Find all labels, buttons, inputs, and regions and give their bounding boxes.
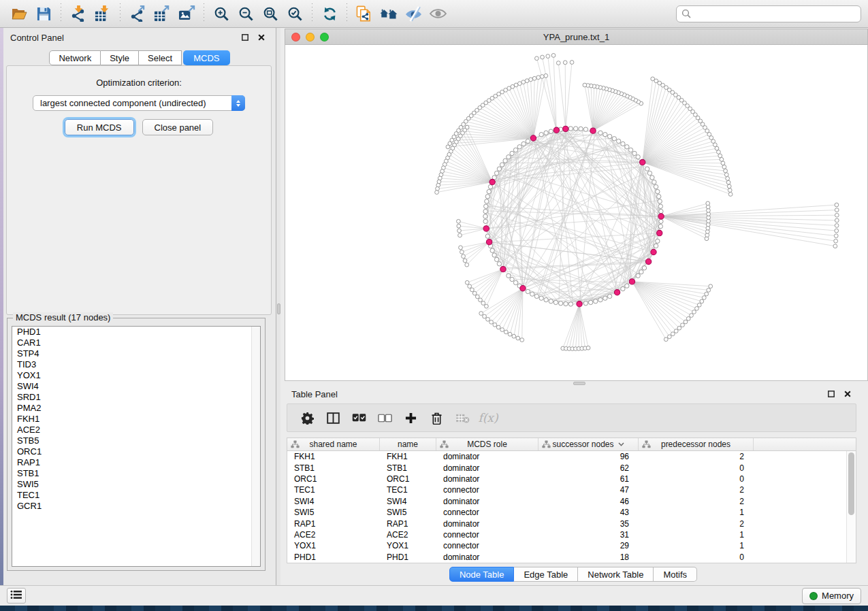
column-header-name[interactable]: name [380, 438, 436, 450]
open-file-button[interactable] [7, 2, 31, 25]
float-panel-button[interactable] [240, 31, 250, 44]
mcds-result-item[interactable]: ACE2 [12, 425, 260, 435]
column-header-predecessor-nodes[interactable]: predecessor nodes [639, 438, 754, 450]
table-row[interactable]: SWI5SWI5connector431 [287, 507, 856, 518]
table-cell: ORC1 [287, 474, 380, 484]
network-leaf-nodes[interactable] [435, 54, 839, 351]
deselect-all-button[interactable] [372, 406, 398, 430]
export-table-button[interactable] [150, 2, 174, 25]
column-header-successor-nodes[interactable]: successor nodes [539, 438, 639, 450]
add-column-button[interactable] [398, 406, 423, 430]
tab-mcds[interactable]: MCDS [183, 50, 229, 65]
zoom-selected-button[interactable] [283, 2, 307, 25]
table-row[interactable]: RAP1RAP1dominator352 [287, 518, 856, 529]
table-row[interactable]: TEC1TEC1connector472 [287, 484, 856, 495]
export-image-button[interactable] [174, 2, 199, 25]
table-row[interactable]: ORC1ORC1dominator610 [287, 474, 856, 484]
split-panel-button[interactable] [320, 406, 346, 430]
hide-selected-button[interactable] [401, 2, 425, 25]
table-scrollbar-thumb[interactable] [848, 452, 854, 515]
mcds-result-item[interactable]: RAP1 [12, 457, 260, 468]
table-cell: 43 [539, 508, 639, 517]
table-row[interactable]: PHD1PHD1dominator180 [287, 552, 856, 563]
tab-edge-table[interactable]: Edge Table [514, 567, 578, 582]
import-table-button[interactable] [91, 2, 115, 25]
mcds-result-item[interactable]: GCR1 [12, 501, 260, 512]
tab-node-table[interactable]: Node Table [449, 567, 515, 582]
network-ring-nodes[interactable] [483, 127, 663, 306]
mcds-result-item[interactable]: CAR1 [12, 337, 260, 348]
mcds-list-scrollbar[interactable] [251, 327, 260, 566]
column-header-label: successor nodes [552, 440, 613, 449]
mcds-result-item[interactable]: STB1 [12, 468, 260, 479]
export-network-button[interactable] [125, 2, 150, 25]
zoom-fit-button[interactable] [258, 2, 283, 25]
table-cell: FKH1 [287, 452, 380, 461]
mcds-result-item[interactable]: SWI4 [12, 381, 260, 392]
import-network-button[interactable] [66, 2, 91, 25]
show-all-button[interactable] [425, 2, 450, 25]
duplicate-network-button[interactable] [352, 2, 376, 25]
zoom-out-button[interactable] [234, 2, 258, 25]
float-icon [242, 33, 248, 43]
table-row[interactable]: FKH1FKH1dominator962 [287, 451, 856, 462]
network-titlebar: YPA_prune.txt_1 [285, 29, 868, 45]
mcds-result-item[interactable]: TEC1 [12, 490, 260, 501]
tab-style[interactable]: Style [101, 50, 139, 65]
column-header-mcds-role[interactable]: MCDS role [436, 438, 539, 450]
select-all-button[interactable] [346, 406, 372, 430]
first-neighbors-button[interactable] [376, 2, 401, 25]
table-panel: Table Panel f(x) shared namenameMCDS rol… [285, 384, 862, 585]
optimization-criterion-select[interactable]: largest connected component (undirected) [33, 95, 245, 111]
close-panel-button[interactable] [257, 31, 266, 44]
add-column-icon [405, 412, 417, 424]
mcds-result-item[interactable]: PMA2 [12, 403, 260, 414]
sort-desc-icon [618, 442, 624, 446]
application-window: Control Panel NetworkStyleSelectMCDS Opt… [0, 0, 868, 611]
table-cell: 35 [539, 519, 639, 529]
mcds-result-item[interactable]: STB5 [12, 435, 260, 446]
table-row[interactable]: STB1STB1dominator620 [287, 462, 856, 473]
table-scrollbar[interactable] [846, 451, 856, 563]
network-canvas[interactable] [285, 45, 868, 381]
org-chart-icon [642, 440, 651, 450]
close-panel-button-mcds[interactable]: Close panel [142, 119, 214, 135]
tab-select[interactable]: Select [139, 50, 182, 65]
tab-motifs[interactable]: Motifs [654, 567, 697, 582]
mcds-result-item[interactable]: FKH1 [12, 414, 260, 425]
splitter-grip[interactable] [277, 303, 280, 314]
table-cell: dominator [436, 552, 539, 562]
settings-gear-button[interactable] [294, 406, 320, 430]
memory-button[interactable]: Memory [802, 588, 861, 604]
mcds-result-item[interactable]: ORC1 [12, 446, 260, 457]
zoom-in-button[interactable] [209, 2, 234, 25]
mcds-result-item[interactable]: SRD1 [12, 392, 260, 403]
tab-network-table[interactable]: Network Table [578, 567, 654, 582]
table-row[interactable]: SWI4SWI4dominator462 [287, 496, 856, 507]
import-table-icon [95, 5, 111, 22]
mcds-result-item[interactable]: STP4 [12, 348, 260, 359]
tab-network[interactable]: Network [49, 50, 101, 65]
table-cell: PHD1 [287, 552, 380, 562]
list-icon [10, 590, 22, 601]
control-panel: Control Panel NetworkStyleSelectMCDS Opt… [3, 28, 276, 585]
table-cell: 2 [639, 485, 754, 495]
panel-menu-button[interactable] [7, 588, 26, 604]
column-header-shared-name[interactable]: shared name [287, 438, 380, 450]
save-session-button[interactable] [31, 2, 56, 25]
delete-column-button[interactable] [423, 406, 449, 430]
float-table-panel-button[interactable] [826, 388, 836, 401]
export-table-icon [154, 5, 170, 22]
mcds-result-item[interactable]: TID3 [12, 359, 260, 370]
run-mcds-button[interactable]: Run MCDS [65, 119, 134, 135]
mcds-result-item[interactable]: SWI5 [12, 479, 260, 490]
table-cell: 1 [639, 508, 754, 517]
search-input[interactable] [676, 5, 861, 22]
refresh-button[interactable] [317, 2, 342, 25]
toolbar-button-groups [7, 2, 450, 25]
close-table-panel-button[interactable] [843, 388, 852, 401]
mcds-result-item[interactable]: PHD1 [12, 327, 260, 337]
table-row[interactable]: ACE2ACE2connector311 [287, 529, 856, 540]
table-row[interactable]: YOX1YOX1connector291 [287, 540, 856, 551]
mcds-result-item[interactable]: YOX1 [12, 370, 260, 381]
